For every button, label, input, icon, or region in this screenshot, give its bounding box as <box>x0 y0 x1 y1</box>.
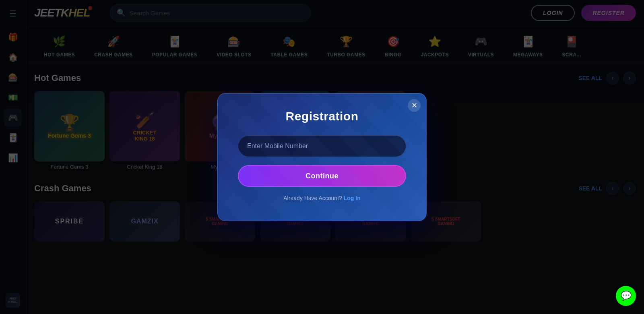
modal-title: Registration <box>238 109 406 123</box>
already-account-text: Already Have Account? <box>283 195 342 201</box>
chat-icon: 💬 <box>621 291 632 301</box>
modal-footer: Already Have Account? Log In <box>238 195 406 201</box>
modal-close-button[interactable]: ✕ <box>408 99 421 112</box>
modal-overlay[interactable]: ✕ Registration Continue Already Have Acc… <box>0 0 644 314</box>
mobile-number-input[interactable] <box>238 135 406 157</box>
chat-button[interactable]: 💬 <box>616 286 636 306</box>
continue-button[interactable]: Continue <box>238 165 406 187</box>
registration-modal: ✕ Registration Continue Already Have Acc… <box>217 93 427 221</box>
login-link[interactable]: Log In <box>344 195 361 201</box>
